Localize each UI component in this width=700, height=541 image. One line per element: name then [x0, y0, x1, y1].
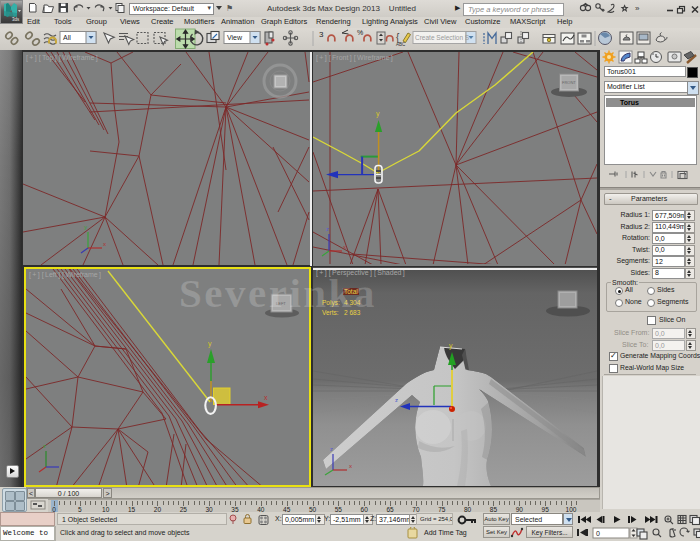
svg-text:x: x: [349, 463, 352, 469]
svg-text:3ds: 3ds: [12, 17, 20, 22]
svg-text:%: %: [357, 29, 363, 36]
svg-text:3: 3: [319, 30, 324, 39]
svg-text:Create Selection S: Create Selection S: [415, 34, 470, 41]
svg-text:ABC: ABC: [396, 42, 406, 47]
svg-text:y: y: [208, 340, 212, 348]
svg-text:FRONT: FRONT: [562, 80, 576, 85]
svg-text:z: z: [330, 446, 333, 452]
svg-text:»: »: [635, 4, 640, 13]
svg-text:0: 0: [596, 530, 600, 537]
svg-text:y: y: [376, 110, 380, 118]
svg-text:x: x: [343, 244, 346, 250]
svg-text:z: z: [395, 397, 398, 403]
svg-text:x: x: [264, 394, 268, 401]
svg-text:z: z: [326, 226, 329, 232]
svg-text:z: z: [43, 443, 46, 449]
svg-text:All: All: [63, 34, 71, 41]
svg-text:y: y: [449, 342, 453, 350]
svg-text:x: x: [103, 241, 106, 247]
svg-text:LEFT: LEFT: [276, 301, 286, 306]
svg-text:y: y: [84, 224, 87, 230]
svg-text:View: View: [227, 34, 243, 41]
